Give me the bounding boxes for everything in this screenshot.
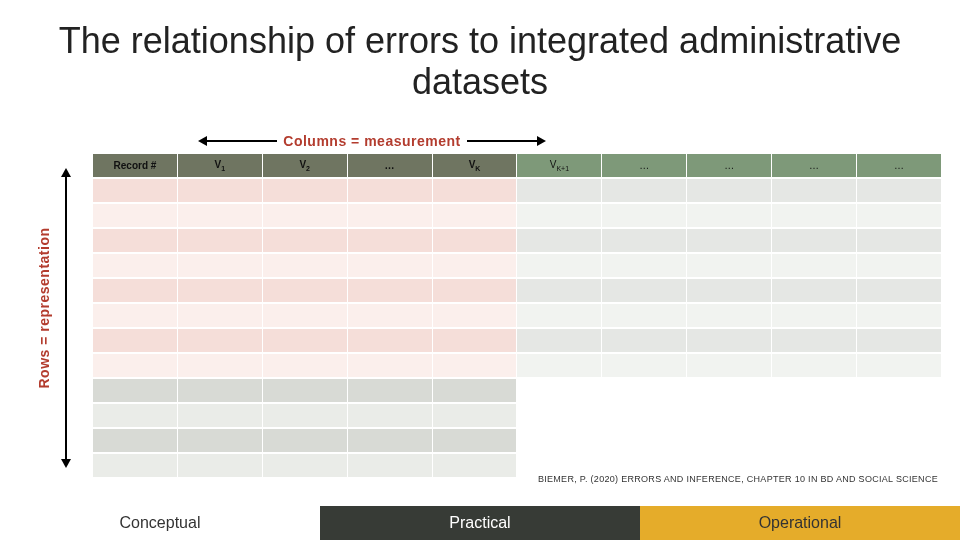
tab-practical[interactable]: Practical <box>320 506 640 540</box>
arrow-vertical-icon <box>60 168 72 468</box>
slide: The relationship of errors to integrated… <box>0 0 960 540</box>
hdr-vk1: VK+1 <box>517 154 601 177</box>
table-row <box>93 404 941 427</box>
header-row: Record # V1 V2 … VK VK+1 … … … … <box>93 154 941 177</box>
slide-title: The relationship of errors to integrated… <box>55 20 905 103</box>
table-row <box>93 179 941 202</box>
hdr-7: … <box>602 154 686 177</box>
arrow-left-icon <box>198 136 277 146</box>
table-row <box>93 379 941 402</box>
table-row <box>93 204 941 227</box>
hdr-9: … <box>772 154 856 177</box>
table-row <box>93 229 941 252</box>
arrow-right-icon <box>467 136 546 146</box>
table-row <box>93 429 941 452</box>
hdr-record: Record # <box>93 154 177 177</box>
hdr-v1: V1 <box>178 154 262 177</box>
hdr-8: … <box>687 154 771 177</box>
table-row <box>93 354 941 377</box>
table-row <box>93 304 941 327</box>
hdr-vk: VK <box>433 154 517 177</box>
rows-label-group: Rows = representation <box>32 178 54 438</box>
columns-label-group: Columns = measurement <box>152 133 592 149</box>
tab-operational[interactable]: Operational <box>640 506 960 540</box>
footer-tabs: Conceptual Practical Operational <box>0 506 960 540</box>
table-row <box>93 279 941 302</box>
rows-label: Rows = representation <box>36 227 52 388</box>
table-row <box>93 329 941 352</box>
error-grid: Record # V1 V2 … VK VK+1 … … … … <box>92 152 942 479</box>
hdr-10: … <box>857 154 941 177</box>
table-row <box>93 254 941 277</box>
columns-label: Columns = measurement <box>283 133 460 149</box>
tab-conceptual[interactable]: Conceptual <box>0 506 320 540</box>
hdr-dots: … <box>348 154 432 177</box>
hdr-v2: V2 <box>263 154 347 177</box>
citation-text: BIEMER, P. (2020) ERRORS AND INFERENCE, … <box>538 474 938 484</box>
